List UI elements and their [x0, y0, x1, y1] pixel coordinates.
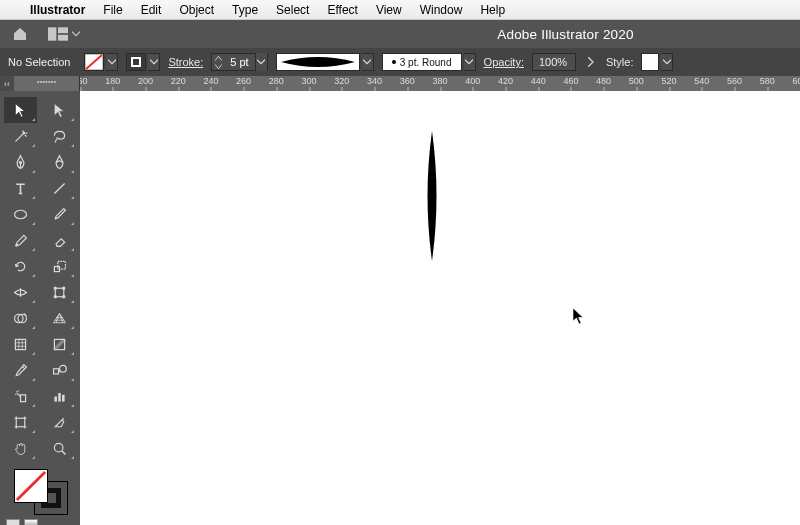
- svg-point-29: [54, 443, 63, 452]
- ruler-tick: 380: [432, 76, 447, 86]
- brush-definition[interactable]: [276, 53, 360, 71]
- tool-column-graph[interactable]: [43, 383, 76, 409]
- width-profile[interactable]: 3 pt. Round: [382, 53, 462, 71]
- menu-help[interactable]: Help: [472, 3, 513, 17]
- svg-point-8: [15, 210, 27, 219]
- home-button[interactable]: [8, 24, 32, 44]
- fill-swatch-group[interactable]: [84, 53, 118, 71]
- ruler-tick: 320: [334, 76, 349, 86]
- stroke-weight-menu[interactable]: [255, 53, 267, 71]
- tool-gradient[interactable]: [43, 331, 76, 357]
- horizontal-ruler[interactable]: 1601802002202402602803003203403603804004…: [80, 76, 800, 91]
- svg-rect-28: [16, 418, 25, 427]
- tool-width[interactable]: [4, 279, 37, 305]
- menu-file[interactable]: File: [95, 3, 130, 17]
- tool-rotate[interactable]: [4, 253, 37, 279]
- fill-stroke-indicator[interactable]: [10, 467, 70, 515]
- width-profile-menu[interactable]: [464, 53, 476, 71]
- svg-rect-27: [62, 394, 65, 401]
- mouse-cursor-icon: [572, 307, 586, 325]
- tool-mesh[interactable]: [4, 331, 37, 357]
- tool-shaper[interactable]: [4, 227, 37, 253]
- width-profile-group[interactable]: 3 pt. Round: [382, 53, 476, 71]
- svg-rect-25: [54, 396, 57, 401]
- tool-free-transform[interactable]: [43, 279, 76, 305]
- stroke-panel-link[interactable]: Stroke:: [168, 56, 203, 68]
- menu-edit[interactable]: Edit: [133, 3, 170, 17]
- tool-line-segment[interactable]: [43, 175, 76, 201]
- tool-direct-selection[interactable]: [43, 97, 76, 123]
- tool-artboard[interactable]: [4, 409, 37, 435]
- profile-dot-icon: [392, 60, 396, 64]
- stroke-weight-value[interactable]: 5 pt: [224, 56, 254, 68]
- svg-rect-24: [21, 394, 26, 401]
- stroke-swatch-menu[interactable]: [148, 53, 160, 71]
- svg-rect-13: [55, 288, 64, 297]
- graphic-style-menu[interactable]: [661, 53, 673, 71]
- opacity-input[interactable]: 100%: [532, 53, 576, 71]
- menu-select[interactable]: Select: [268, 3, 317, 17]
- tool-pen[interactable]: [4, 149, 37, 175]
- artwork-stroke[interactable]: [420, 131, 444, 261]
- svg-line-31: [17, 472, 45, 500]
- ruler-tick: 500: [629, 76, 644, 86]
- tool-scale[interactable]: [43, 253, 76, 279]
- svg-rect-2: [58, 35, 68, 41]
- brush-definition-group[interactable]: [276, 53, 374, 71]
- tool-rectangle[interactable]: [4, 201, 37, 227]
- ruler-tick: 300: [302, 76, 317, 86]
- brush-definition-menu[interactable]: [362, 53, 374, 71]
- ruler-tick: 480: [596, 76, 611, 86]
- stroke-swatch[interactable]: [126, 53, 146, 71]
- opacity-menu[interactable]: [584, 53, 598, 71]
- ruler-tick: 520: [662, 76, 677, 86]
- tool-eraser[interactable]: [43, 227, 76, 253]
- stroke-swatch-group[interactable]: [126, 53, 160, 71]
- tool-zoom[interactable]: [43, 435, 76, 461]
- graphic-style[interactable]: [641, 53, 659, 71]
- workspace-switcher[interactable]: [42, 25, 86, 43]
- menu-object[interactable]: Object: [171, 3, 222, 17]
- ruler-tick: 280: [269, 76, 284, 86]
- tool-shape-builder[interactable]: [4, 305, 37, 331]
- tool-type[interactable]: [4, 175, 37, 201]
- tool-symbol-sprayer[interactable]: [4, 383, 37, 409]
- tools-panel: [0, 91, 80, 525]
- tool-slice[interactable]: [43, 409, 76, 435]
- tool-eyedropper[interactable]: [4, 357, 37, 383]
- app-menu[interactable]: Illustrator: [22, 3, 93, 17]
- tool-curvature[interactable]: [43, 149, 76, 175]
- fill-swatch-menu[interactable]: [106, 53, 118, 71]
- stroke-weight-down[interactable]: [212, 62, 224, 70]
- svg-rect-22: [54, 368, 59, 373]
- tool-perspective-grid[interactable]: [43, 305, 76, 331]
- menu-window[interactable]: Window: [412, 3, 471, 17]
- tool-lasso[interactable]: [43, 123, 76, 149]
- color-mode-gradient[interactable]: [24, 519, 38, 525]
- ruler-tick: 600: [792, 76, 800, 86]
- menu-type[interactable]: Type: [224, 3, 266, 17]
- menu-effect[interactable]: Effect: [319, 3, 365, 17]
- color-mode-row: [0, 517, 80, 525]
- ruler-tick: 160: [80, 76, 88, 86]
- control-bar: No Selection Stroke: 5 pt 3 pt. Round Op…: [0, 48, 800, 76]
- app-title-bar: Adobe Illustrator 2020: [0, 20, 800, 48]
- opacity-panel-link[interactable]: Opacity:: [484, 56, 524, 68]
- tool-selection[interactable]: [4, 97, 37, 123]
- ruler-row: ‹‹ ••••••• 16018020022024026028030032034…: [0, 76, 800, 91]
- graphic-style-group[interactable]: [641, 53, 673, 71]
- tool-magic-wand[interactable]: [4, 123, 37, 149]
- panel-collapse-arrows[interactable]: ‹‹: [0, 76, 14, 91]
- menu-view[interactable]: View: [368, 3, 410, 17]
- tool-hand[interactable]: [4, 435, 37, 461]
- tool-paintbrush[interactable]: [43, 201, 76, 227]
- stroke-weight-input[interactable]: 5 pt: [211, 53, 267, 71]
- color-mode-color[interactable]: [6, 519, 20, 525]
- opacity-value[interactable]: 100%: [539, 56, 567, 68]
- fill-color-box[interactable]: [14, 469, 48, 503]
- stroke-weight-up[interactable]: [212, 54, 224, 62]
- svg-line-7: [54, 183, 64, 193]
- tool-blend[interactable]: [43, 357, 76, 383]
- canvas[interactable]: [80, 91, 800, 525]
- fill-swatch[interactable]: [84, 53, 104, 71]
